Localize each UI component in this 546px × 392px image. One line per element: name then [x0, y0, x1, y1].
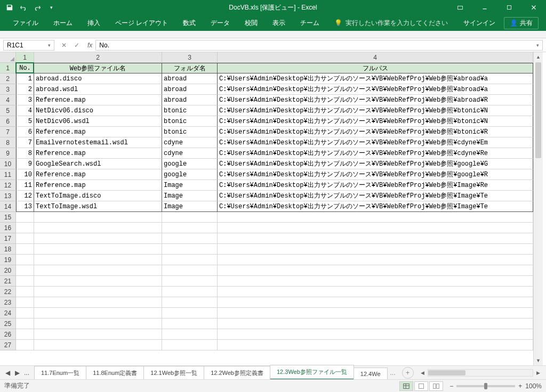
cells-area[interactable]: No.Web参照ファイル名フォルダ名フルパス1abroad.discoabroa…	[16, 63, 533, 350]
table-cell[interactable]: btonic	[162, 105, 218, 116]
row-header[interactable]: 8	[0, 137, 16, 148]
row-header[interactable]: 21	[0, 276, 16, 287]
empty-cell[interactable]	[34, 340, 162, 350]
ribbon-tab-8[interactable]: チーム	[293, 15, 327, 31]
empty-cell[interactable]	[162, 329, 218, 340]
row-header[interactable]: 10	[0, 159, 16, 169]
row-header[interactable]: 19	[0, 255, 16, 265]
table-cell[interactable]: C:¥Users¥Admin¥Desktop¥出力サンプルのソース¥VB¥Web…	[218, 148, 533, 159]
empty-cell[interactable]	[34, 244, 162, 255]
fx-icon[interactable]: fx	[87, 42, 92, 49]
minimize-icon[interactable]	[472, 0, 497, 15]
table-cell[interactable]: 1	[16, 74, 34, 84]
table-cell[interactable]: cdyne	[162, 137, 218, 148]
table-cell[interactable]: TextToImage.disco	[34, 191, 162, 201]
table-cell[interactable]: 10	[16, 169, 34, 180]
qat-dropdown-icon[interactable]: ▾	[46, 2, 57, 13]
empty-cell[interactable]	[16, 265, 34, 276]
row-header[interactable]: 1	[0, 63, 16, 74]
empty-cell[interactable]	[162, 212, 218, 223]
empty-cell[interactable]	[218, 276, 533, 287]
column-header[interactable]: 2	[34, 52, 162, 63]
page-layout-view-button[interactable]	[414, 381, 428, 391]
zoom-level[interactable]: 100%	[525, 382, 542, 390]
empty-cell[interactable]	[218, 340, 533, 350]
row-header[interactable]: 2	[0, 74, 16, 84]
empty-cell[interactable]	[162, 265, 218, 276]
empty-cell[interactable]	[34, 233, 162, 244]
table-cell[interactable]: C:¥Users¥Admin¥Desktop¥出力サンプルのソース¥VB¥Web…	[218, 137, 533, 148]
ribbon-tab-2[interactable]: 挿入	[80, 15, 108, 31]
empty-cell[interactable]	[34, 276, 162, 287]
zoom-slider[interactable]	[456, 385, 515, 387]
table-cell[interactable]: abroad.wsdl	[34, 84, 162, 95]
table-cell[interactable]: NetDicv06.disco	[34, 105, 162, 116]
table-header-cell[interactable]: フルパス	[218, 63, 533, 74]
cancel-formula-icon[interactable]: ✕	[59, 42, 69, 49]
table-cell[interactable]: C:¥Users¥Admin¥Desktop¥出力サンプルのソース¥VB¥Web…	[218, 201, 533, 212]
scroll-right-icon[interactable]: ▶	[533, 370, 543, 375]
empty-cell[interactable]	[34, 223, 162, 233]
empty-cell[interactable]	[16, 287, 34, 297]
empty-cell[interactable]	[218, 297, 533, 308]
table-cell[interactable]: Image	[162, 191, 218, 201]
table-cell[interactable]: 9	[16, 159, 34, 169]
empty-cell[interactable]	[34, 297, 162, 308]
table-cell[interactable]: C:¥Users¥Admin¥Desktop¥出力サンプルのソース¥VB¥Web…	[218, 95, 533, 105]
table-cell[interactable]: 3	[16, 95, 34, 105]
table-cell[interactable]: abroad	[162, 95, 218, 105]
table-cell[interactable]: 4	[16, 105, 34, 116]
empty-cell[interactable]	[162, 244, 218, 255]
table-cell[interactable]: NetDicv06.wsdl	[34, 116, 162, 127]
undo-icon[interactable]	[18, 2, 29, 13]
table-cell[interactable]: 8	[16, 148, 34, 159]
empty-cell[interactable]	[34, 255, 162, 265]
table-cell[interactable]: cdyne	[162, 148, 218, 159]
ribbon-tab-7[interactable]: 表示	[265, 15, 293, 31]
row-header[interactable]: 15	[0, 212, 16, 223]
empty-cell[interactable]	[162, 318, 218, 329]
table-cell[interactable]: btonic	[162, 116, 218, 127]
row-header[interactable]: 7	[0, 127, 16, 137]
empty-cell[interactable]	[16, 308, 34, 318]
select-all-corner[interactable]	[0, 52, 16, 63]
ribbon-tab-0[interactable]: ファイル	[5, 15, 46, 31]
empty-cell[interactable]	[218, 318, 533, 329]
table-cell[interactable]: C:¥Users¥Admin¥Desktop¥出力サンプルのソース¥VB¥Web…	[218, 180, 533, 191]
horizontal-scrollbar[interactable]: ◀ ▶	[418, 369, 543, 377]
row-header[interactable]: 5	[0, 105, 16, 116]
row-header[interactable]: 20	[0, 265, 16, 276]
empty-cell[interactable]	[34, 265, 162, 276]
table-cell[interactable]: 13	[16, 201, 34, 212]
empty-cell[interactable]	[162, 297, 218, 308]
empty-cell[interactable]	[16, 340, 34, 350]
sheet-nav-more-right[interactable]: ...	[387, 369, 399, 377]
empty-cell[interactable]	[16, 297, 34, 308]
table-cell[interactable]: 11	[16, 180, 34, 191]
column-header[interactable]: 4	[218, 52, 533, 63]
empty-cell[interactable]	[34, 329, 162, 340]
empty-cell[interactable]	[218, 265, 533, 276]
ribbon-tab-4[interactable]: 数式	[175, 15, 203, 31]
row-header[interactable]: 14	[0, 201, 16, 212]
empty-cell[interactable]	[34, 212, 162, 223]
row-header[interactable]: 24	[0, 308, 16, 318]
column-header[interactable]: 1	[16, 52, 34, 63]
empty-cell[interactable]	[162, 287, 218, 297]
table-cell[interactable]: TextToImage.wsdl	[34, 201, 162, 212]
scroll-left-icon[interactable]: ◀	[418, 370, 428, 375]
table-cell[interactable]: 5	[16, 116, 34, 127]
hscroll-thumb[interactable]	[428, 370, 465, 375]
table-header-cell[interactable]: No.	[16, 63, 34, 74]
empty-cell[interactable]	[34, 287, 162, 297]
empty-cell[interactable]	[162, 223, 218, 233]
table-cell[interactable]: Image	[162, 201, 218, 212]
empty-cell[interactable]	[218, 287, 533, 297]
empty-cell[interactable]	[162, 255, 218, 265]
row-header[interactable]: 9	[0, 148, 16, 159]
table-cell[interactable]: google	[162, 159, 218, 169]
zoom-out-button[interactable]: −	[449, 382, 453, 390]
table-cell[interactable]: GoogleSearch.wsdl	[34, 159, 162, 169]
empty-cell[interactable]	[218, 244, 533, 255]
vertical-scrollbar[interactable]: ▲ ▼	[533, 52, 543, 365]
